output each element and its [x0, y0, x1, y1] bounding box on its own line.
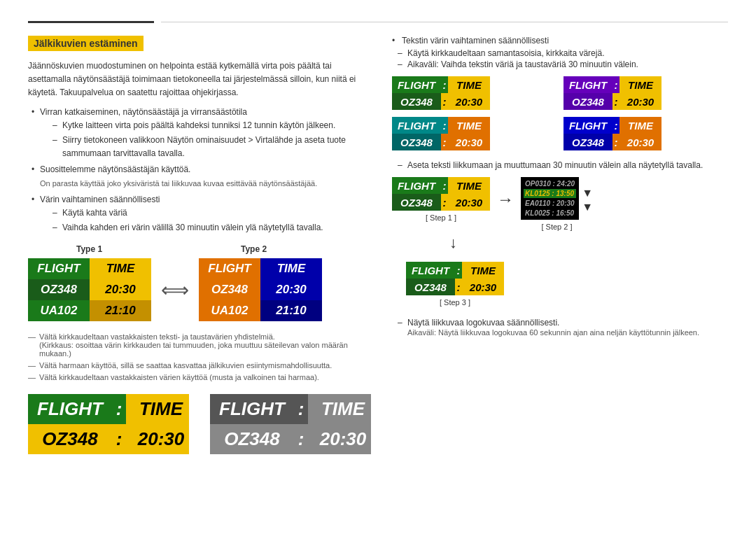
type1-r2c2: 20:30	[90, 279, 151, 300]
bb2-r1c1: FLIGHT	[210, 394, 294, 424]
gb4-r1c3: TIME	[620, 117, 662, 134]
bb2-r1c2: :	[294, 394, 308, 424]
s1-r2c2: :	[441, 194, 448, 211]
type-labels: Type 1 Type 2	[28, 244, 371, 254]
bullet-item-3: Värin vaihtaminen säännöllisesti Käytä k…	[31, 193, 371, 235]
gb2-r2c3: 20:30	[620, 93, 662, 110]
bb1-r1c2: :	[112, 394, 126, 424]
gb1-r2c3: 20:30	[448, 93, 490, 110]
bb1-row2: OZ348 : 20:30	[28, 424, 189, 454]
page-layout: Jälkikuvien estäminen Jäännöskuvien muod…	[28, 36, 728, 454]
step2-col: OP0310 : 24:20 KL0125 : 13:50 EA0110 : 2…	[521, 177, 593, 231]
top-rule-right	[161, 22, 728, 22]
dash-item-1-2: Siirry tietokoneen valikkoon Näytön omin…	[52, 134, 371, 160]
gb4-r2c3: 20:30	[620, 134, 662, 150]
gb1-r1c3: TIME	[448, 76, 490, 93]
type2-row1: FLIGHT TIME	[199, 258, 322, 279]
type2-r2c1: OZ348	[199, 279, 260, 300]
step2-scroll-board: OP0310 : 24:20 KL0125 : 13:50 EA0110 : 2…	[521, 177, 579, 220]
bullet-item-1: Virran katkaiseminen, näytönsäästäjä ja …	[31, 106, 371, 161]
top-rule-left	[28, 21, 154, 23]
type2-row2: OZ348 20:30	[199, 279, 322, 300]
type1-board: FLIGHT TIME OZ348 20:30 UA102 21:10	[28, 258, 151, 321]
gb1-r2c2: :	[441, 93, 448, 110]
gb3-r1c1: FLIGHT	[392, 117, 441, 134]
step2-label: [ Step 2 ]	[541, 223, 572, 231]
top-rule	[28, 21, 728, 23]
type1-label: Type 1	[28, 244, 150, 254]
s1-r1c3: TIME	[448, 177, 490, 194]
gb2-r2c2: :	[612, 93, 620, 110]
step-intro-dash: Aseta teksti liikkumaan ja muuttumaan 30…	[392, 160, 728, 170]
bottom-board-1: FLIGHT : TIME OZ348 : 20:30	[28, 394, 189, 454]
warn1: Vältä kirkkaudeltaan vastakkaisten tekst…	[28, 332, 371, 358]
gb2-r1c2: :	[612, 76, 620, 93]
warn3: Vältä kirkkaudeltaan vastakkaisten värie…	[28, 373, 371, 381]
step1-label: [ Step 1 ]	[426, 213, 456, 222]
type2-r1c2: TIME	[260, 258, 322, 279]
type1-row2: OZ348 20:30	[28, 279, 151, 300]
gb3-r1c2: :	[441, 117, 448, 134]
s3-r2c1: OZ348	[406, 279, 455, 295]
s1-r2c1: OZ348	[392, 194, 441, 211]
bb2-r1c3: TIME	[308, 394, 371, 424]
dash-list-1: Kytke laitteen virta pois päältä kahdeks…	[40, 119, 371, 161]
step2-line3: EA0110 : 20:30	[524, 199, 576, 208]
down-arrows: ▼ ▼	[582, 177, 593, 220]
bottom-note1: Näytä liikkuvaa logokuvaa säännöllisesti…	[392, 318, 728, 337]
grid-board-1: FLIGHT : TIME OZ348 : 20:30	[392, 76, 556, 110]
bb1-r1c1: FLIGHT	[28, 394, 112, 424]
steps-row: FLIGHT : TIME OZ348 : 20:30 [ Step 1 ] →	[392, 177, 728, 231]
type2-label: Type 2	[192, 244, 315, 254]
type2-r1c1: FLIGHT	[199, 258, 260, 279]
type1-row1: FLIGHT TIME	[28, 258, 151, 279]
step2-line1: OP0310 : 24:20	[524, 179, 576, 188]
bb2-r2c2: :	[294, 424, 308, 454]
bb1-r1c3: TIME	[126, 394, 189, 424]
grid-board-2: FLIGHT : TIME OZ348 : 20:30	[564, 76, 728, 110]
right-bullet: Tekstin värin vaihtaminen säännöllisesti	[392, 36, 728, 45]
boards-row: FLIGHT TIME OZ348 20:30 UA102 21:10 ⟺ FL…	[28, 258, 371, 321]
step2-line2: KL0125 : 13:50	[524, 189, 576, 198]
right-boards-grid: FLIGHT : TIME OZ348 : 20:30 FLIGHT	[392, 76, 728, 150]
type1-r1c1: FLIGHT	[28, 258, 90, 279]
bottom-notes: Näytä liikkuvaa logokuvaa säännöllisesti…	[392, 318, 728, 337]
dash-item-1-1: Kytke laitteen virta pois päältä kahdeks…	[52, 119, 371, 132]
step2-inner: OP0310 : 24:20 KL0125 : 13:50 EA0110 : 2…	[521, 177, 593, 220]
type2-r2c2: 20:30	[260, 279, 322, 300]
s3-r1c1: FLIGHT	[406, 262, 455, 279]
gb4-r1c1: FLIGHT	[564, 117, 612, 134]
type2-r3c2: 21:10	[260, 300, 322, 321]
gb3-r2c1: OZ348	[392, 134, 441, 150]
step1-col: FLIGHT : TIME OZ348 : 20:30 [ Step 1 ]	[392, 177, 490, 222]
bb1-row1: FLIGHT : TIME	[28, 394, 189, 424]
step3-board: FLIGHT : TIME OZ348 : 20:30	[406, 262, 504, 295]
bb2-row2: OZ348 : 20:30	[210, 424, 371, 454]
gb4-r2c1: OZ348	[564, 134, 612, 150]
grid-board-3: FLIGHT : TIME OZ348 : 20:30	[392, 117, 556, 150]
gb2-r2c1: OZ348	[564, 93, 612, 110]
step2-line4: KL0025 : 16:50	[524, 209, 576, 218]
bottom-boards: FLIGHT : TIME OZ348 : 20:30 FLIGHT : TIM…	[28, 394, 371, 454]
gb3-r2c3: 20:30	[448, 134, 490, 150]
bb1-r2c1: OZ348	[28, 424, 112, 454]
type1-r3c1: UA102	[28, 300, 90, 321]
step2-to-step3-arrow: ↓	[449, 234, 457, 252]
grid-board-4: FLIGHT : TIME OZ348 : 20:30	[564, 117, 728, 150]
bb1-r2c2: :	[112, 424, 126, 454]
type1-row3: UA102 21:10	[28, 300, 151, 321]
warnings: Vältä kirkkaudeltaan vastakkaisten tekst…	[28, 332, 371, 381]
step1-board: FLIGHT : TIME OZ348 : 20:30	[392, 177, 490, 211]
dash-item-3-2: Vaihda kahden eri värin välillä 30 minuu…	[52, 221, 371, 234]
bullet-item-2: Suosittelemme näytönsäästäjän käyttöä. O…	[31, 163, 371, 190]
main-bullet-list: Virran katkaiseminen, näytönsäästäjä ja …	[28, 106, 371, 235]
type2-board: FLIGHT TIME OZ348 20:30 UA102 21:10	[199, 258, 322, 321]
s3-r1c2: :	[455, 262, 462, 279]
gb3-r2c2: :	[441, 134, 448, 150]
section-heading: Jälkikuvien estäminen	[28, 36, 144, 51]
bb1-r2c3: 20:30	[126, 424, 189, 454]
type1-r1c2: TIME	[90, 258, 151, 279]
type1-r2c1: OZ348	[28, 279, 90, 300]
intro-text: Jäännöskuvien muodostuminen on helpointa…	[28, 59, 371, 100]
gb2-r1c3: TIME	[620, 76, 662, 93]
